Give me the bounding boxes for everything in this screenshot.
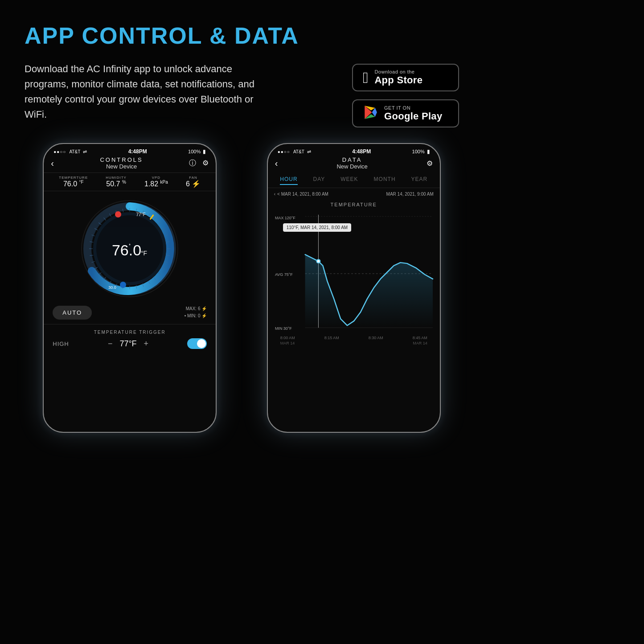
- svg-text:MIN 30°F: MIN 30°F: [275, 326, 292, 331]
- data-header-row: ‹ DATA New Device ⚙: [268, 156, 440, 170]
- google-play-icon: [363, 105, 378, 122]
- metric-vpd: VPD 1.82 kPa: [144, 176, 168, 188]
- x-date-1: MAR 14: [280, 341, 295, 345]
- battery-data: 100% ▮: [412, 148, 430, 155]
- chart-section: TEMPERATURE 110°F, MAR 14, 2021, 8:00 AM…: [268, 200, 440, 345]
- data-phone: ●●○○ AT&T ⇌ 4:48PM 100% ▮ ‹ DATA New Dev…: [267, 143, 441, 433]
- top-section: Download the AC Infinity app to unlock a…: [25, 62, 459, 127]
- chart-area: 110°F, MAR 14, 2021, 8:00 AM MAX 120°F A…: [274, 210, 434, 335]
- header-icons-controls: ⓘ ⚙: [189, 159, 209, 168]
- settings-icon-data[interactable]: ⚙: [427, 159, 433, 168]
- wifi-icon-data: ⇌: [307, 149, 311, 155]
- trigger-controls: − 77°F +: [108, 339, 148, 349]
- min-text: • MIN: 0 ⚡: [185, 312, 207, 320]
- battery-icon: ▮: [203, 148, 206, 155]
- signal-dots: ●●○○: [53, 149, 66, 154]
- app-store-small-text: Download on the: [374, 69, 422, 74]
- date-nav: ‹ < MAR 14, 2021, 8:00 AM MAR 14, 2021, …: [268, 188, 440, 200]
- svg-text:MAX 120°F: MAX 120°F: [275, 216, 295, 220]
- carrier-text: AT&T: [69, 149, 80, 154]
- carrier-data: AT&T: [293, 149, 304, 154]
- tab-hour[interactable]: HOUR: [280, 176, 297, 185]
- svg-point-41: [115, 211, 121, 217]
- max-text: MAX: 6 ⚡: [185, 305, 207, 312]
- humidity-value: 50.7 %: [106, 180, 127, 188]
- back-arrow-data[interactable]: ‹: [275, 158, 278, 168]
- trigger-row: HIGH − 77°F +: [53, 338, 207, 349]
- time-data: 4:48PM: [352, 148, 371, 155]
- page-title: APP CONTROL & DATA: [25, 22, 459, 49]
- svg-point-42: [120, 282, 126, 288]
- toggle-switch[interactable]: [187, 338, 207, 349]
- settings-icon[interactable]: ⚙: [202, 159, 209, 168]
- gauge-svg: 77°F 30.0 ♦ 76.0 °F: [78, 197, 181, 300]
- data-subtitle: New Device: [336, 163, 367, 170]
- tab-month[interactable]: MONTH: [374, 176, 396, 185]
- temp-label: TEMPERTURE: [59, 176, 88, 180]
- fan-label: FAN: [186, 176, 201, 180]
- google-play-large-text: Google Play: [384, 111, 442, 122]
- wifi-icon: ⇌: [83, 149, 87, 155]
- app-store-text: Download on the App Store: [374, 69, 422, 86]
- auto-button[interactable]: AUTO: [53, 306, 92, 320]
- tab-day[interactable]: DAY: [313, 176, 325, 185]
- vpd-label: VPD: [144, 176, 168, 180]
- fan-value: 6 ⚡: [186, 180, 201, 188]
- battery-percent-data: 100%: [412, 149, 425, 154]
- chart-x-bottom: MAR 14 MAR 14: [274, 341, 434, 345]
- info-icon[interactable]: ⓘ: [189, 159, 196, 168]
- google-play-button[interactable]: GET IT ON Google Play: [352, 99, 459, 127]
- date-nav-left[interactable]: ‹ < MAR 14, 2021, 8:00 AM: [274, 192, 328, 197]
- trigger-title: TEMPERATURE TRIGGER: [53, 330, 207, 335]
- trigger-label: HIGH: [53, 340, 69, 347]
- chart-tooltip: 110°F, MAR 14, 2021, 8:00 AM: [283, 223, 351, 232]
- battery-percent: 100%: [188, 149, 201, 154]
- trigger-plus-button[interactable]: +: [144, 339, 149, 349]
- app-store-large-text: App Store: [374, 74, 422, 86]
- controls-phone: ●●○○ AT&T ⇌ 4:48PM 100% ▮ ‹ CONTROLS New…: [43, 143, 217, 433]
- apple-icon: : [363, 70, 368, 85]
- chart-title: TEMPERATURE: [274, 202, 434, 207]
- tab-year[interactable]: YEAR: [411, 176, 428, 185]
- back-arrow-controls[interactable]: ‹: [51, 158, 54, 168]
- metric-humidity: HUMIDITY 50.7 %: [106, 176, 127, 188]
- header-icons-data: ⚙: [427, 159, 433, 168]
- x-label-4: 8:45 AM: [413, 336, 427, 340]
- svg-text:76.0: 76.0: [112, 242, 141, 258]
- temp-value: 76.0 °F: [59, 180, 88, 188]
- battery-icon-data: ▮: [427, 148, 430, 155]
- x-label-2: 8:15 AM: [324, 336, 339, 340]
- google-play-text: GET IT ON Google Play: [384, 105, 442, 122]
- vpd-value: 1.82 kPa: [144, 180, 168, 188]
- status-bar-data: ●●○○ AT&T ⇌ 4:48PM 100% ▮: [268, 144, 440, 156]
- controls-title: CONTROLS: [100, 156, 143, 163]
- svg-point-56: [316, 259, 320, 263]
- metric-temperature: TEMPERTURE 76.0 °F: [59, 176, 88, 188]
- status-left-data: ●●○○ AT&T ⇌: [278, 149, 311, 155]
- time-controls: 4:48PM: [128, 148, 147, 155]
- date-end: MAR 14, 2021, 9:00 AM: [386, 192, 434, 197]
- status-left-controls: ●●○○ AT&T ⇌: [53, 149, 87, 155]
- svg-text:°F: °F: [141, 250, 147, 257]
- main-container: APP CONTROL & DATA Download the AC Infin…: [0, 0, 484, 484]
- signal-dots-data: ●●○○: [278, 149, 290, 154]
- controls-header: ‹ CONTROLS New Device ⓘ ⚙: [44, 156, 216, 172]
- app-store-button[interactable]:  Download on the App Store: [352, 64, 459, 91]
- x-label-1: 8:00 AM: [280, 336, 295, 340]
- trigger-value: 77°F: [119, 339, 136, 349]
- max-min-info: MAX: 6 ⚡ • MIN: 0 ⚡: [185, 305, 207, 320]
- store-buttons:  Download on the App Store GE: [352, 64, 459, 127]
- svg-text:30.0: 30.0: [108, 285, 116, 290]
- humidity-label: HUMIDITY: [106, 176, 127, 180]
- google-play-small-text: GET IT ON: [384, 105, 442, 111]
- data-tabs: HOUR DAY WEEK MONTH YEAR: [268, 172, 440, 188]
- tab-week[interactable]: WEEK: [340, 176, 358, 185]
- gauge-container: 77°F 30.0 ♦ 76.0 °F: [44, 191, 216, 304]
- status-bar-controls: ●●○○ AT&T ⇌ 4:48PM 100% ▮: [44, 144, 216, 156]
- phones-container: ●●○○ AT&T ⇌ 4:48PM 100% ▮ ‹ CONTROLS New…: [25, 143, 459, 433]
- data-header: ‹ DATA New Device ⚙: [268, 156, 440, 172]
- trigger-minus-button[interactable]: −: [108, 339, 113, 349]
- date-prev-arrow: ‹: [274, 192, 275, 197]
- x-date-4: MAR 14: [413, 341, 427, 345]
- date-start: < MAR 14, 2021, 8:00 AM: [277, 192, 328, 197]
